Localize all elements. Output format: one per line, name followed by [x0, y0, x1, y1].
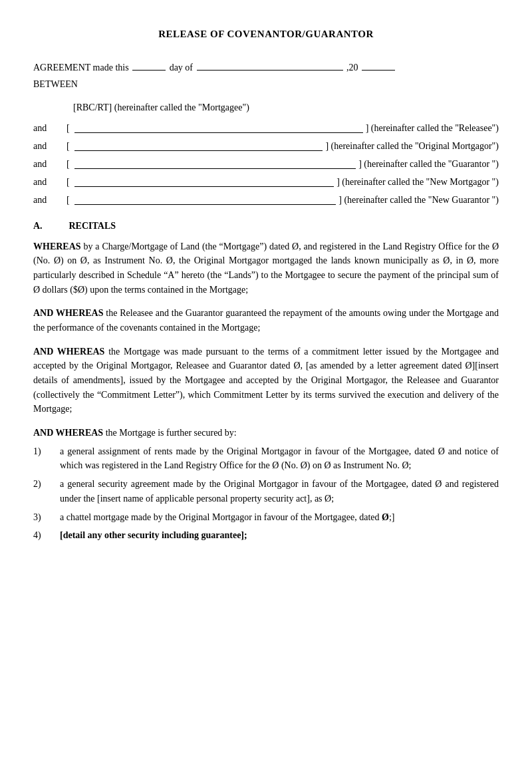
whereas1-bold: WHEREAS — [33, 241, 81, 251]
list-item-3: 3) a chattel mortgage made by the Origin… — [33, 510, 499, 525]
blank-year — [362, 70, 395, 71]
comma-20: ,20 — [346, 63, 358, 73]
section-a-title: RECITALS — [69, 221, 116, 231]
bracket-open-0: [ — [66, 121, 74, 135]
day-label: day of — [170, 63, 193, 73]
party-desc-0: ] (hereinafter called the "Releasee") — [366, 121, 499, 135]
party-row-1: and [ ] (hereinafter called the "Origina… — [33, 139, 499, 153]
party-blank-2 — [74, 157, 356, 169]
party-blank-3 — [74, 175, 334, 187]
whereas2-text: the Releasee and the Guarantor guarantee… — [33, 308, 499, 333]
list-content-4: [detail any other security including gua… — [60, 528, 499, 543]
whereas4-bold: AND WHEREAS — [33, 428, 103, 438]
party-row-3: and [ ] (hereinafter called the "New Mor… — [33, 175, 499, 189]
blank-date — [197, 70, 343, 71]
agreement-line: AGREEMENT made this day of ,20 — [33, 61, 499, 75]
bracket-open-4: [ — [66, 193, 74, 207]
party-row-0: and [ ] (hereinafter called the "Release… — [33, 121, 499, 135]
section-a-label: A. — [33, 219, 66, 233]
list-content-1: a general assignment of rents made by th… — [60, 444, 499, 473]
mortgagee-text: [RBC/RT] (hereinafter called the "Mortga… — [73, 102, 249, 112]
and-label-4: and — [33, 193, 66, 207]
and-label-2: and — [33, 157, 66, 171]
whereas2-bold: AND WHEREAS — [33, 308, 103, 318]
bracket-open-1: [ — [66, 139, 74, 153]
list-num-2: 2) — [33, 477, 60, 506]
bracket-open-3: [ — [66, 175, 74, 189]
and-label-3: and — [33, 175, 66, 189]
mortgagee-line: [RBC/RT] (hereinafter called the "Mortga… — [73, 100, 499, 114]
list-num-1: 1) — [33, 444, 60, 473]
whereas-4-intro: AND WHEREAS the Mortgage is further secu… — [33, 426, 499, 440]
list-item-2: 2) a general security agreement made by … — [33, 477, 499, 506]
blank-day — [132, 70, 166, 71]
party-row-4: and [ ] (hereinafter called the "New Gua… — [33, 193, 499, 207]
and-label-1: and — [33, 139, 66, 153]
between-line: BETWEEN — [33, 77, 499, 91]
party-desc-3: ] (hereinafter called the "New Mortgagor… — [336, 175, 499, 189]
list-num-3: 3) — [33, 510, 60, 525]
party-desc-2: ] (hereinafter called the "Guarantor ") — [358, 157, 499, 171]
whereas-3: AND WHEREAS the Mortgage was made pursua… — [33, 345, 499, 416]
list-content-2: a general security agreement made by the… — [60, 477, 499, 506]
party-desc-4: ] (hereinafter called the "New Guarantor… — [338, 193, 499, 207]
list-content-3: a chattel mortgage made by the Original … — [60, 510, 499, 525]
list-num-4: 4) — [33, 528, 60, 543]
whereas-1: WHEREAS by a Charge/Mortgage of Land (th… — [33, 239, 499, 297]
whereas-2: AND WHEREAS the Releasee and the Guarant… — [33, 306, 499, 335]
party-blank-0 — [74, 121, 363, 133]
bracket-open-2: [ — [66, 157, 74, 171]
section-a-header: A. RECITALS — [33, 219, 499, 233]
party-blank-4 — [74, 193, 336, 205]
whereas1-text: by a Charge/Mortgage of Land (the “Mortg… — [33, 241, 499, 295]
and-label-0: and — [33, 121, 66, 135]
agreement-prefix: AGREEMENT made this — [33, 63, 129, 73]
party-blank-1 — [74, 139, 323, 151]
whereas4-intro-text: the Mortgage is further secured by: — [106, 428, 237, 438]
whereas3-bold: AND WHEREAS — [33, 347, 104, 357]
party-desc-1: ] (hereinafter called the "Original Mort… — [325, 139, 499, 153]
list-item-4: 4) [detail any other security including … — [33, 528, 499, 543]
document-title: RELEASE OF COVENANTOR/GUARANTOR — [33, 27, 499, 42]
between-label: BETWEEN — [33, 79, 78, 89]
party-row-2: and [ ] (hereinafter called the "Guarant… — [33, 157, 499, 171]
list-item-1: 1) a general assignment of rents made by… — [33, 444, 499, 473]
